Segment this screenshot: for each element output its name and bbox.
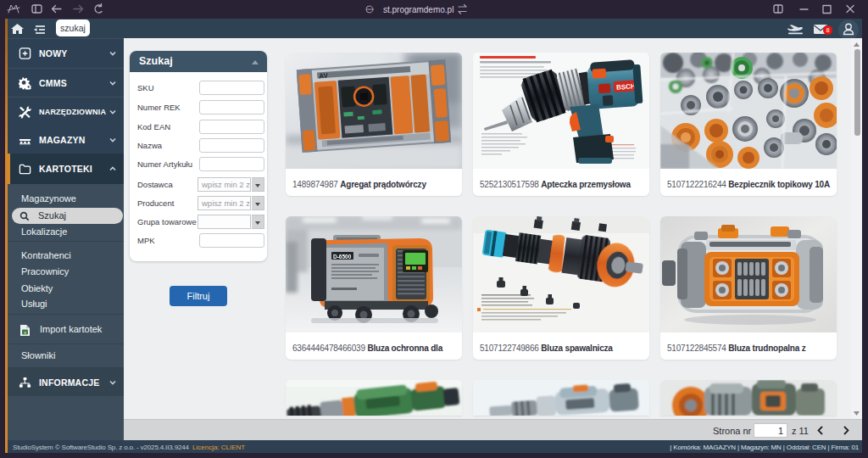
svg-text:x: x <box>24 330 26 335</box>
svg-text:BSCH: BSCH <box>616 82 636 92</box>
svg-text:AV: AV <box>319 72 329 81</box>
svg-text:D-6500: D-6500 <box>333 254 352 260</box>
svg-text:st.programdemo.pl: st.programdemo.pl <box>383 5 453 14</box>
svg-text:8: 8 <box>826 26 829 34</box>
